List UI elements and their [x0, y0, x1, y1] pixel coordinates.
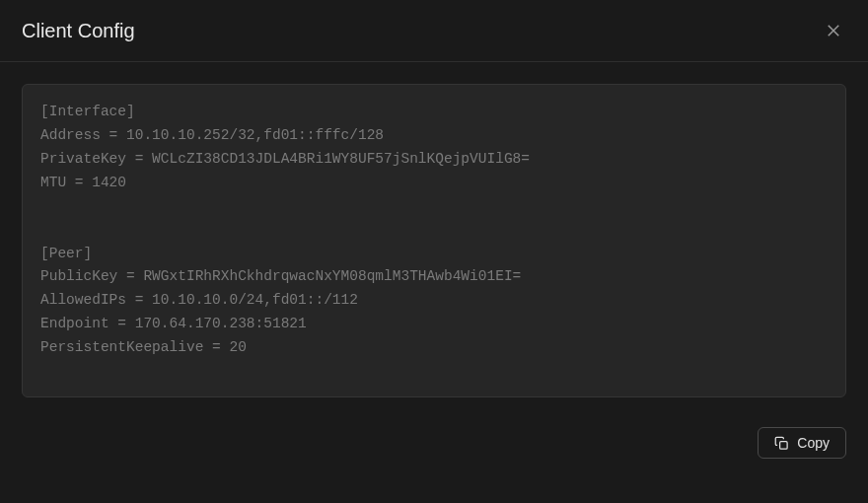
copy-icon	[774, 436, 789, 451]
svg-rect-2	[780, 441, 788, 449]
close-icon	[825, 22, 842, 39]
copy-button[interactable]: Copy	[758, 427, 846, 459]
modal-body: [Interface] Address = 10.10.10.252/32,fd…	[0, 62, 868, 419]
modal-header: Client Config	[0, 0, 868, 62]
config-text: [Interface] Address = 10.10.10.252/32,fd…	[22, 84, 846, 397]
modal-title: Client Config	[22, 20, 135, 42]
copy-button-label: Copy	[797, 435, 830, 451]
close-button[interactable]	[821, 18, 846, 43]
modal-footer: Copy	[0, 419, 868, 467]
